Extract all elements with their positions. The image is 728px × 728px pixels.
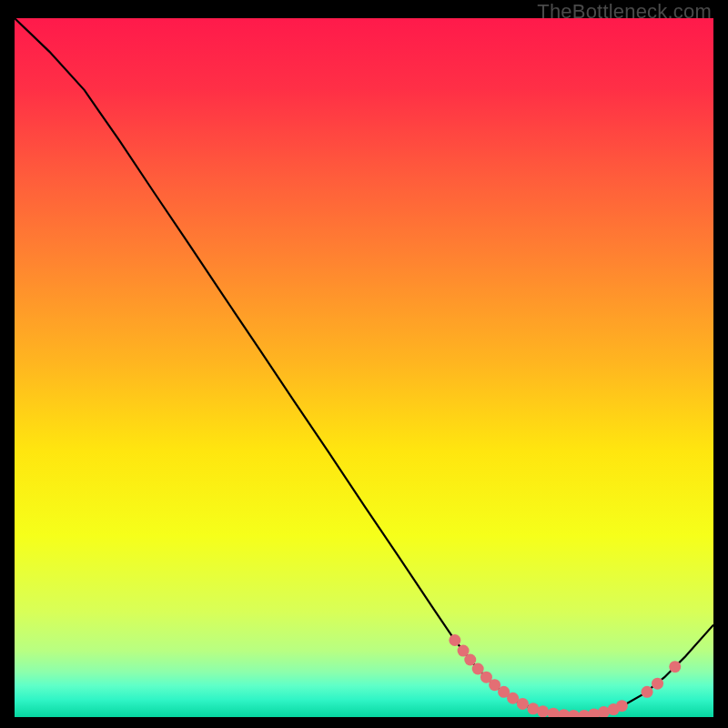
data-marker: [642, 686, 653, 698]
gradient-background: [15, 18, 713, 717]
data-marker: [464, 654, 476, 666]
data-marker: [616, 700, 628, 712]
chart-frame: [15, 18, 713, 717]
data-marker: [537, 705, 549, 717]
data-marker: [517, 698, 529, 710]
data-marker: [449, 634, 460, 646]
data-marker: [669, 661, 681, 672]
bottleneck-chart: [15, 18, 713, 717]
data-marker: [652, 678, 663, 690]
data-marker: [472, 663, 484, 675]
watermark-text: TheBottleneck.com: [537, 0, 712, 24]
